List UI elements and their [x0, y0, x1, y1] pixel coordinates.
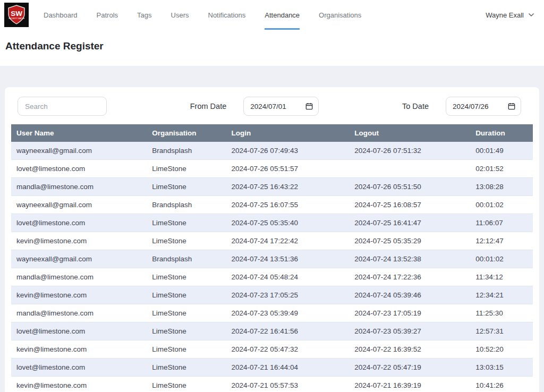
- cell-logout: 2024-07-23 17:05:19: [349, 304, 470, 322]
- cell-duration: 02:01:52: [470, 160, 533, 178]
- nav-item-tags[interactable]: Tags: [137, 0, 151, 30]
- cell-user-name: lovet@limestone.com: [11, 322, 147, 340]
- user-name: Wayne Exall: [486, 11, 524, 19]
- cell-duration: 12:34:21: [470, 286, 533, 304]
- from-date-value: 2024/07/01: [250, 103, 301, 110]
- calendar-icon: [305, 103, 313, 110]
- table-row: lovet@limestone.com LimeStone 2024-07-25…: [11, 214, 533, 232]
- to-date-label: To Date: [402, 102, 429, 110]
- cell-login: 2024-07-21 16:44:04: [226, 359, 350, 377]
- cell-organisation: Brandsplash: [147, 196, 226, 214]
- cell-duration: 00:01:02: [470, 196, 533, 214]
- cell-user-name: mandla@limestone.com: [11, 304, 147, 322]
- cell-organisation: Brandsplash: [147, 250, 226, 268]
- nav-item-patrols[interactable]: Patrols: [97, 0, 118, 30]
- table-row: kevin@limestone.com LimeStone 2024-07-21…: [11, 377, 533, 392]
- table-body: wayneexall@gmail.com Brandsplash 2024-07…: [11, 142, 533, 392]
- search-input[interactable]: [18, 97, 107, 116]
- column-header-logout: Logout: [349, 124, 470, 142]
- cell-user-name: lovet@limestone.com: [11, 359, 147, 377]
- chevron-down-icon: [528, 13, 534, 17]
- nav-item-organisations[interactable]: Organisations: [319, 0, 361, 30]
- cell-user-name: lovet@limestone.com: [11, 214, 147, 232]
- cell-user-name: wayneexall@gmail.com: [11, 250, 147, 268]
- cell-organisation: LimeStone: [147, 160, 226, 178]
- cell-login: 2024-07-22 05:47:32: [226, 340, 350, 359]
- cell-organisation: LimeStone: [147, 268, 226, 286]
- to-date-value: 2024/07/26: [453, 103, 504, 110]
- cell-logout: 2024-07-26 07:51:32: [349, 142, 470, 160]
- table-row: kevin@limestone.com LimeStone 2024-07-24…: [11, 232, 533, 250]
- cell-user-name: lovet@limestone.com: [11, 160, 147, 178]
- cell-login: 2024-07-23 17:05:25: [226, 286, 350, 304]
- cell-login: 2024-07-24 05:48:24: [226, 268, 350, 286]
- cell-organisation: LimeStone: [147, 286, 226, 304]
- from-date-label: From Date: [190, 102, 227, 110]
- nav-item-notifications[interactable]: Notifications: [208, 0, 246, 30]
- cell-duration: 00:01:02: [470, 250, 533, 268]
- cell-user-name: kevin@limestone.com: [11, 340, 147, 359]
- table-row: lovet@limestone.com LimeStone 2024-07-21…: [11, 359, 533, 377]
- column-header-user-name: User Name: [11, 124, 147, 142]
- cell-organisation: Brandsplash: [147, 142, 226, 160]
- cell-organisation: LimeStone: [147, 377, 226, 392]
- table-row: wayneexall@gmail.com Brandsplash 2024-07…: [11, 250, 533, 268]
- table-row: lovet@limestone.com LimeStone 2024-07-22…: [11, 322, 533, 340]
- cell-logout: 2024-07-24 17:22:36: [349, 268, 470, 286]
- table-row: wayneexall@gmail.com Brandsplash 2024-07…: [11, 196, 533, 214]
- table-row: kevin@limestone.com LimeStone 2024-07-22…: [11, 340, 533, 359]
- cell-login: 2024-07-25 05:35:40: [226, 214, 350, 232]
- filters-row: From Date 2024/07/01 To Date 2024/07/26: [11, 95, 533, 124]
- cell-duration: 13:08:28: [470, 178, 533, 196]
- cell-duration: 12:12:47: [470, 232, 533, 250]
- cell-login: 2024-07-25 16:07:55: [226, 196, 350, 214]
- table-row: mandla@limestone.com LimeStone 2024-07-2…: [11, 268, 533, 286]
- cell-login: 2024-07-26 07:49:43: [226, 142, 350, 160]
- cell-logout: 2024-07-24 05:39:46: [349, 286, 470, 304]
- table-row: wayneexall@gmail.com Brandsplash 2024-07…: [11, 142, 533, 160]
- cell-logout: 2024-07-22 05:47:19: [349, 359, 470, 377]
- column-header-login: Login: [226, 124, 350, 142]
- cell-duration: 10:52:20: [470, 340, 533, 359]
- cell-login: 2024-07-23 05:39:49: [226, 304, 350, 322]
- cell-organisation: LimeStone: [147, 232, 226, 250]
- nav-item-users[interactable]: Users: [171, 0, 189, 30]
- table-row: mandla@limestone.com LimeStone 2024-07-2…: [11, 178, 533, 196]
- cell-organisation: LimeStone: [147, 340, 226, 359]
- cell-duration: 11:25:30: [470, 304, 533, 322]
- cell-organisation: LimeStone: [147, 214, 226, 232]
- page-title: Attendance Register: [5, 40, 539, 52]
- column-header-duration: Duration: [470, 124, 533, 142]
- from-date-input[interactable]: 2024/07/01: [243, 97, 319, 116]
- cell-duration: 12:57:31: [470, 322, 533, 340]
- user-menu[interactable]: Wayne Exall: [486, 11, 534, 19]
- table-row: mandla@limestone.com LimeStone 2024-07-2…: [11, 304, 533, 322]
- table-row: kevin@limestone.com LimeStone 2024-07-23…: [11, 286, 533, 304]
- top-navigation-bar: SW SECURITY WATCH Dashboard Patrols Tags…: [0, 0, 544, 30]
- nav-item-attendance[interactable]: Attendance: [265, 0, 300, 30]
- table-row: lovet@limestone.com LimeStone 2024-07-26…: [11, 160, 533, 178]
- cell-organisation: LimeStone: [147, 322, 226, 340]
- cell-user-name: kevin@limestone.com: [11, 232, 147, 250]
- main-nav: Dashboard Patrols Tags Users Notificatio…: [44, 0, 361, 30]
- calendar-icon: [508, 103, 515, 110]
- attendance-card: From Date 2024/07/01 To Date 2024/07/26: [5, 87, 539, 392]
- cell-organisation: LimeStone: [147, 359, 226, 377]
- brand-logo[interactable]: SW SECURITY WATCH: [4, 3, 29, 27]
- cell-logout: 2024-07-23 05:39:27: [349, 322, 470, 340]
- cell-user-name: kevin@limestone.com: [11, 286, 147, 304]
- nav-item-dashboard[interactable]: Dashboard: [44, 0, 78, 30]
- cell-user-name: kevin@limestone.com: [11, 377, 147, 392]
- cell-login: 2024-07-24 13:51:36: [226, 250, 350, 268]
- logo-text: SW: [11, 10, 22, 18]
- logo-subtext: SECURITY WATCH: [8, 18, 25, 20]
- column-header-organisation: Organisation: [147, 124, 226, 142]
- cell-login: 2024-07-24 17:22:42: [226, 232, 350, 250]
- cell-logout: [349, 160, 470, 178]
- shield-logo-icon: SW SECURITY WATCH: [4, 3, 29, 27]
- cell-user-name: wayneexall@gmail.com: [11, 142, 147, 160]
- cell-duration: 11:06:07: [470, 214, 533, 232]
- cell-user-name: mandla@limestone.com: [11, 268, 147, 286]
- to-date-input[interactable]: 2024/07/26: [446, 97, 521, 116]
- cell-logout: 2024-07-22 16:39:52: [349, 340, 470, 359]
